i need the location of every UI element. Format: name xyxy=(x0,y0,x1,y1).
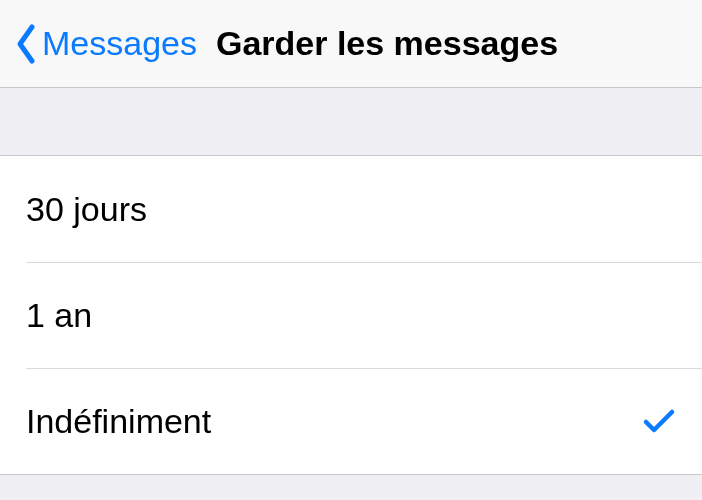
bottom-spacer xyxy=(0,475,702,500)
back-label: Messages xyxy=(42,24,197,63)
option-label: 1 an xyxy=(26,296,92,335)
navbar: Messages Garder les messages xyxy=(0,0,702,88)
option-1-year[interactable]: 1 an xyxy=(0,262,702,368)
option-forever[interactable]: Indéfiniment xyxy=(0,368,702,474)
page-title: Garder les messages xyxy=(216,24,558,63)
option-label: Indéfiniment xyxy=(26,402,211,441)
chevron-left-icon xyxy=(14,23,38,65)
option-30-days[interactable]: 30 jours xyxy=(0,156,702,262)
section-spacer xyxy=(0,88,702,156)
options-list: 30 jours 1 an Indéfiniment xyxy=(0,156,702,475)
option-label: 30 jours xyxy=(26,190,147,229)
checkmark-icon xyxy=(642,404,676,438)
back-button[interactable]: Messages xyxy=(14,23,197,65)
